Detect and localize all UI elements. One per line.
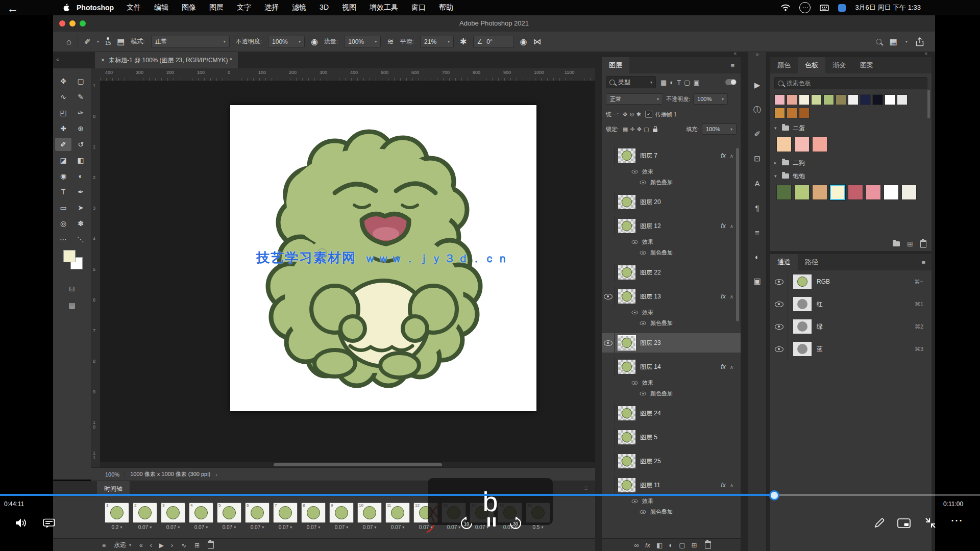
layer-visibility-toggle[interactable] xyxy=(602,216,615,236)
color-swatch[interactable] xyxy=(774,94,785,105)
input-source-icon[interactable] xyxy=(820,5,829,11)
channel-row[interactable]: 红⌘1 xyxy=(770,293,932,315)
layer-effects-row[interactable]: 效果 xyxy=(602,166,741,177)
layer-thumbnail[interactable] xyxy=(618,406,635,420)
wifi-icon[interactable] xyxy=(781,4,790,11)
zoom-level-value[interactable]: 100% xyxy=(105,471,119,478)
color-swatch[interactable] xyxy=(794,185,810,200)
channel-row[interactable]: RGB⌘~ xyxy=(770,270,932,293)
timeline-frame[interactable]: 100.07▾ xyxy=(357,503,382,530)
symmetry-icon[interactable]: ⋈ xyxy=(533,37,541,46)
layer-row[interactable]: 图层 20 xyxy=(602,192,741,212)
layer-row[interactable]: 图层 12fx∧ xyxy=(602,216,741,236)
add-mask-icon[interactable]: ◧ xyxy=(653,541,666,549)
chevron-right-icon[interactable]: ▸ xyxy=(774,160,778,165)
layer-effects-row[interactable]: 效果 xyxy=(602,237,741,247)
timeline-frame[interactable]: 10.2▾ xyxy=(104,503,130,530)
menubar-item[interactable]: 图像 xyxy=(175,3,203,12)
frame-thumbnail[interactable]: 6 xyxy=(245,503,270,523)
player-progress-handle[interactable] xyxy=(769,490,779,500)
shape-tool[interactable]: ▭ xyxy=(55,201,71,214)
fx-collapse-icon[interactable]: ∧ xyxy=(730,364,733,370)
share-icon[interactable] xyxy=(916,37,924,46)
layer-thumbnail[interactable] xyxy=(618,219,635,233)
swatch-group-header[interactable]: ▸二狗 xyxy=(770,156,932,169)
filter-smart-objects-icon[interactable]: ▣ xyxy=(692,79,701,86)
fill-select[interactable]: 100% ▾ xyxy=(702,123,737,135)
menubar-item[interactable]: 3D xyxy=(313,3,335,12)
layer-visibility-toggle[interactable] xyxy=(602,428,615,447)
brush-settings-toggle-icon[interactable]: ▤ xyxy=(117,37,125,46)
frame-duration[interactable]: 0.07▾ xyxy=(335,524,348,530)
smoothing-options-gear-icon[interactable]: ✱ xyxy=(460,37,467,46)
close-window-button[interactable] xyxy=(59,20,65,27)
layer-row[interactable]: 图层 7fx∧ xyxy=(602,146,741,165)
gradient-tool[interactable]: ◧ xyxy=(72,154,89,167)
frame-thumbnail[interactable]: 7 xyxy=(273,503,298,523)
path-select-tool[interactable]: ➤ xyxy=(72,201,89,214)
color-swatch[interactable] xyxy=(884,185,899,200)
filter-type-layers-icon[interactable]: T xyxy=(675,79,682,86)
document-tab[interactable]: × 未标题-1 @ 100% (图层 23, RGB/8*/CMYK) * xyxy=(95,52,239,68)
apple-menu[interactable] xyxy=(62,4,69,12)
frame-duration[interactable]: 0.5▾ xyxy=(533,524,544,530)
channel-row[interactable]: 蓝⌘3 xyxy=(770,338,932,360)
menubar-item[interactable]: 编辑 xyxy=(148,3,175,12)
layer-fx-badge[interactable]: fx xyxy=(721,363,725,370)
layer-blend-mode-select[interactable]: 正常 ▾ xyxy=(606,93,663,105)
layer-thumbnail[interactable] xyxy=(618,430,635,444)
swatch-search-input[interactable]: 搜索色板 xyxy=(774,77,927,89)
scrollbar-thumb[interactable] xyxy=(274,463,442,466)
color-swatch[interactable] xyxy=(866,185,881,200)
filter-adjustment-layers-icon[interactable]: ◐ xyxy=(668,79,675,86)
dodge-tool[interactable]: ◐ xyxy=(72,169,89,183)
color-swatch[interactable] xyxy=(836,94,846,105)
foreground-color-chip[interactable] xyxy=(63,250,76,262)
delete-swatch-icon[interactable] xyxy=(920,240,926,248)
frame-duration[interactable]: 0.07▾ xyxy=(223,524,236,530)
blur-tool[interactable]: ◉ xyxy=(55,169,71,183)
forward-30-button[interactable]: 30 xyxy=(508,516,523,531)
first-frame-button[interactable]: « xyxy=(139,542,143,549)
layer-row[interactable]: 图层 13fx∧ xyxy=(602,287,741,306)
libraries-panel-icon[interactable]: ▣ xyxy=(753,273,761,289)
layer-row[interactable]: 图层 23 xyxy=(602,333,741,353)
layer-row[interactable]: 图层 22 xyxy=(602,263,741,282)
menubar-item[interactable]: 窗口 xyxy=(405,3,432,12)
quick-selection-tool[interactable]: ✎ xyxy=(72,90,89,104)
delete-layer-icon[interactable] xyxy=(705,541,711,549)
tab-layers[interactable]: 图层 xyxy=(602,57,629,73)
quick-mask-icon[interactable]: ⊡ xyxy=(53,285,91,293)
screen-mode-icon[interactable]: ▤ xyxy=(53,301,91,309)
color-swatch[interactable] xyxy=(776,137,792,152)
adjustment-layer-icon[interactable]: ◐ xyxy=(666,541,676,549)
color-swatch[interactable] xyxy=(799,94,810,105)
timeline-frame[interactable]: 50.07▾ xyxy=(216,503,242,530)
color-swatch[interactable] xyxy=(885,94,895,105)
layer-opacity-select[interactable]: 100% ▾ xyxy=(693,93,728,105)
menubar-item[interactable]: 帮助 xyxy=(432,3,460,12)
fx-collapse-icon[interactable]: ∧ xyxy=(730,483,733,488)
swatches-scrollbar[interactable] xyxy=(927,90,930,118)
color-swatch[interactable] xyxy=(774,108,785,118)
marquee-tool[interactable]: ▢ xyxy=(72,74,89,88)
tab-路径[interactable]: 路径 xyxy=(798,254,825,270)
layer-thumbnail[interactable] xyxy=(618,195,635,209)
lock-pixels-icon[interactable]: ✛ xyxy=(629,126,635,133)
menubar-app-icon[interactable] xyxy=(838,4,846,12)
filter-toggle-switch[interactable] xyxy=(725,79,737,85)
layer-color-overlay-row[interactable]: 颜色叠加 xyxy=(602,247,741,258)
character-panel-icon[interactable]: A xyxy=(754,176,760,191)
pressure-size-icon[interactable]: ◉ xyxy=(520,37,527,46)
pen-tool[interactable]: ✒ xyxy=(72,185,89,198)
lock-all-icon[interactable] xyxy=(653,129,657,132)
filter-pixel-layers-icon[interactable]: ▦ xyxy=(659,79,668,86)
frame-duration[interactable]: 0.2▾ xyxy=(112,524,122,530)
menubar-item[interactable]: 文件 xyxy=(120,3,148,12)
color-swatch[interactable] xyxy=(848,94,859,105)
collapse-toolbar-icon[interactable]: « xyxy=(56,56,59,62)
layer-fx-badge[interactable]: fx xyxy=(721,152,725,159)
brush-preset-picker[interactable]: 15 xyxy=(105,37,111,46)
layer-style-icon[interactable]: fx xyxy=(642,541,653,549)
frame-duration[interactable]: 0.07▾ xyxy=(138,524,152,530)
